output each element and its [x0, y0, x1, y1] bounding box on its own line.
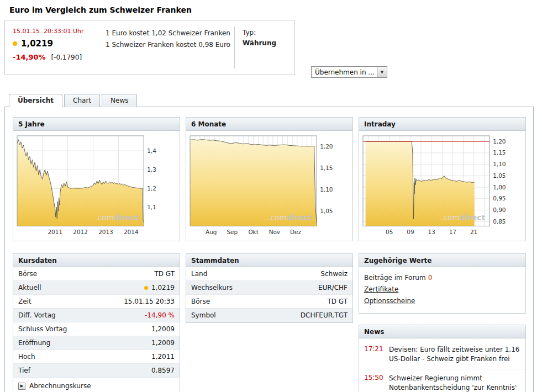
conversion-line-1: 1 Euro kostet 1,02 Schweizer Franken: [106, 28, 231, 39]
news-item[interactable]: 15:50 Schweizer Regierung nimmt Notenban…: [359, 369, 525, 392]
forum-count: 0: [428, 274, 433, 282]
svg-text:Dez: Dez: [290, 229, 301, 235]
six-month-chart: .comdirect1,051,101,151,20AugSepOktNovDe…: [187, 133, 352, 240]
tab-uebersicht[interactable]: Übersicht: [9, 94, 62, 107]
svg-text:1,20: 1,20: [320, 143, 333, 150]
info-row: Kursdaten Börse TD GT Aktuell 1,0219 Zei…: [13, 253, 525, 392]
svg-text:1,05: 1,05: [493, 172, 506, 179]
svg-text:Nov: Nov: [269, 229, 280, 235]
svg-text:05: 05: [386, 229, 393, 235]
news-item[interactable]: 17:21 Devisen: Euro fällt zeitweise unte…: [359, 341, 525, 369]
table-row: Symbol DCHFEUR.TGT: [186, 309, 352, 322]
zugehoerige-werte-card: Zugehörige Werte Beiträge im Forum0 Zert…: [359, 253, 526, 314]
table-row: Zeit 15.01.15 20:33: [13, 295, 180, 309]
chart-card-6-monate: 6 Monate .comdirect1,051,101,151,20AugSe…: [186, 117, 353, 241]
right-column: Zugehörige Werte Beiträge im Forum0 Zert…: [359, 253, 526, 392]
stammdaten-card: Stammdaten Land Schweiz Wechselkurs EUR/…: [186, 253, 353, 323]
five-year-chart: .comdirect1,11,21,31,42011201220132014: [14, 133, 179, 240]
page: Euro im Vergleich zum Schweizer Franken …: [0, 0, 542, 392]
uebernehmen-label: Übernehmen in ...: [312, 68, 375, 76]
chart-card-intraday: Intraday .comdirect0,850,900,951,001,051…: [359, 117, 526, 241]
svg-text:2014: 2014: [124, 229, 139, 235]
svg-text:09: 09: [407, 229, 414, 235]
svg-text:17: 17: [449, 229, 456, 235]
table-row: Land Schweiz: [186, 267, 352, 281]
news-card: News 17:21 Devisen: Euro fällt zeitweise…: [359, 325, 526, 392]
svg-text:.comdirect: .comdirect: [268, 213, 313, 222]
svg-text:1,20: 1,20: [493, 138, 506, 145]
price-bullet-icon: [144, 286, 148, 290]
uebernehmen-dropdown[interactable]: Übernehmen in ... ▼: [311, 66, 387, 78]
svg-text:Sep: Sep: [227, 229, 238, 235]
svg-text:1,05: 1,05: [320, 208, 333, 214]
svg-text:1,10: 1,10: [320, 186, 333, 193]
table-row: Hoch 1,2011: [13, 350, 180, 364]
news-headline[interactable]: Devisen: Euro fällt zeitweise unter 1,16…: [389, 345, 520, 364]
svg-text:.comdirect: .comdirect: [441, 213, 486, 222]
chart-card-title: 6 Monate: [186, 118, 352, 131]
type-label: Typ:: [243, 28, 287, 38]
kursdaten-card: Kursdaten Börse TD GT Aktuell 1,0219 Zei…: [13, 253, 180, 392]
svg-text:0,90: 0,90: [493, 206, 506, 213]
tab-chart[interactable]: Chart: [64, 94, 100, 107]
table-row: Börse TD GT: [186, 295, 352, 309]
chart-card-title: 5 Jahre: [13, 118, 180, 131]
svg-text:0,85: 0,85: [493, 218, 506, 225]
news-title: News: [359, 325, 525, 338]
chevron-down-icon[interactable]: ▼: [377, 67, 387, 77]
table-row: Aktuell 1,0219: [13, 281, 180, 295]
table-row: Schluss Vortag 1,2009: [13, 322, 180, 336]
zugehoerige-werte-title: Zugehörige Werte: [359, 254, 525, 267]
svg-text:.comdirect: .comdirect: [95, 213, 140, 222]
table-row: Eröffnung 1,2009: [13, 336, 180, 350]
chart-card-title: Intraday: [359, 118, 525, 131]
type-column: Typ: Währung: [243, 27, 287, 68]
svg-text:0,95: 0,95: [493, 195, 506, 202]
svg-text:13: 13: [428, 229, 435, 235]
tab-bar: Übersicht Chart News: [9, 94, 542, 107]
charts-row: 5 Jahre .comdirect1,11,21,31,42011201220…: [13, 117, 525, 241]
table-row: Wechselkurs EUR/CHF: [186, 281, 352, 295]
svg-text:Aug: Aug: [206, 229, 217, 235]
quote-price-column: 15.01.15 20:33:01 Uhr 1,0219 -14,90% [-0…: [13, 27, 106, 68]
stammdaten-title: Stammdaten: [186, 254, 352, 267]
svg-text:1,3: 1,3: [147, 166, 156, 173]
chart-card-5-jahre: 5 Jahre .comdirect1,11,21,31,42011201220…: [13, 117, 180, 241]
svg-text:2011: 2011: [48, 229, 62, 235]
svg-text:1,2: 1,2: [147, 185, 156, 192]
link-optionsscheine[interactable]: Optionsscheine: [364, 295, 520, 307]
current-price: 1,0219: [21, 39, 53, 49]
svg-text:1,00: 1,00: [493, 184, 506, 190]
table-row: Diff. Vortag -14,90 %: [13, 309, 180, 322]
table-row: Tief 0,8597: [13, 364, 180, 378]
page-title: Euro im Vergleich zum Schweizer Franken: [9, 6, 542, 14]
intraday-chart: .comdirect0,850,900,951,001,051,101,151,…: [360, 133, 525, 240]
news-time: 15:50: [364, 374, 384, 392]
expand-arrow-icon: ▶: [18, 383, 25, 390]
news-headline[interactable]: Schweizer Regierung nimmt Notenbankentsc…: [389, 374, 520, 392]
table-row: Börse TD GT: [13, 267, 180, 281]
svg-text:1,1: 1,1: [147, 204, 156, 210]
svg-text:1,15: 1,15: [320, 165, 333, 171]
svg-text:1,10: 1,10: [493, 161, 506, 167]
quote-box: 15.01.15 20:33:01 Uhr 1,0219 -14,90% [-0…: [4, 20, 295, 75]
type-value: Währung: [243, 38, 287, 49]
news-time: 17:21: [364, 345, 384, 364]
forum-count-line[interactable]: Beiträge im Forum0: [364, 272, 520, 284]
change-absolute: [-0,1790]: [51, 54, 82, 61]
svg-text:21: 21: [470, 229, 477, 235]
vertical-divider: [234, 27, 235, 68]
svg-text:2012: 2012: [73, 229, 88, 235]
tab-news[interactable]: News: [102, 94, 137, 107]
conversion-column: 1 Euro kostet 1,02 Schweizer Franken 1 S…: [106, 27, 231, 68]
quote-timestamp: 15.01.15 20:33:01 Uhr: [13, 28, 106, 35]
svg-text:2013: 2013: [98, 229, 113, 235]
quote-area: 15.01.15 20:33:01 Uhr 1,0219 -14,90% [-0…: [0, 20, 542, 75]
overview-panel: 5 Jahre .comdirect1,11,21,31,42011201220…: [4, 107, 534, 392]
svg-text:1,4: 1,4: [147, 147, 156, 154]
link-zertifikate[interactable]: Zertifikate: [364, 284, 520, 295]
change-percent: -14,90%: [13, 53, 46, 61]
abrechnungskurse-link[interactable]: ▶ Abrechnungskurse: [13, 378, 180, 392]
price-bullet-icon: [13, 41, 17, 46]
conversion-line-2: 1 Schweizer Franken kostet 0,98 Euro: [106, 39, 231, 51]
